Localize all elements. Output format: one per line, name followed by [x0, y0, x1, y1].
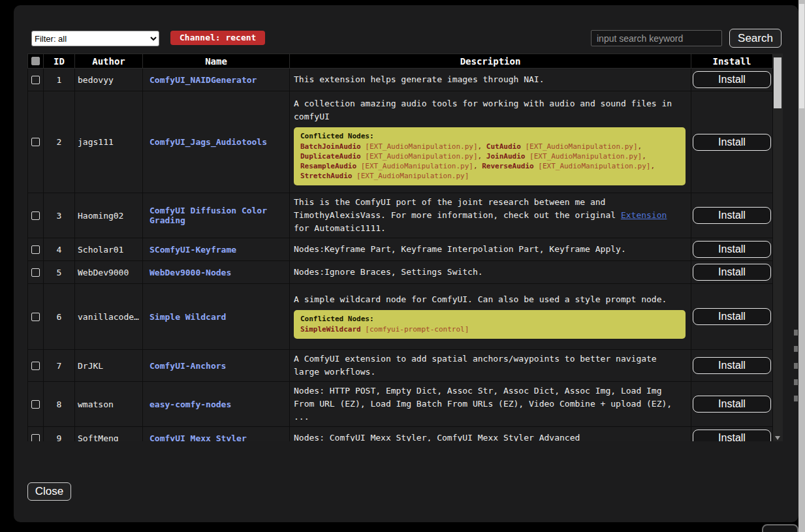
table-row: 9SoftMengComfyUI_Mexx_StylerNodes: Comfy… — [28, 427, 773, 442]
install-button[interactable]: Install — [693, 71, 771, 88]
row-id: 4 — [44, 238, 75, 261]
conflicted-nodes-title: Conflicted Nodes: — [300, 315, 679, 323]
extension-name-link[interactable]: ComfyUI Diffusion Color Grading — [150, 206, 267, 225]
row-checkbox[interactable] — [31, 138, 40, 146]
table-row: 6vanillacode…Simple WildcardA simple wil… — [28, 284, 773, 350]
row-select-cell — [28, 382, 44, 427]
conflicted-node-name: ResampleAudio — [300, 162, 356, 170]
select-all-checkbox[interactable] — [31, 57, 40, 65]
description-text: A simple wildcard node for ComfyUI. Can … — [294, 293, 687, 306]
header-install: Install — [691, 54, 773, 69]
row-id: 3 — [44, 193, 75, 238]
table-row: 2jags111ComfyUI_Jags_AudiotoolsA collect… — [28, 91, 773, 193]
filter-select[interactable]: Filter: all — [31, 31, 159, 46]
row-checkbox[interactable] — [31, 211, 40, 220]
scroll-down-arrow-icon[interactable] — [775, 436, 780, 440]
row-id: 5 — [44, 261, 75, 284]
search-button[interactable]: Search — [729, 29, 781, 48]
row-checkbox[interactable] — [31, 362, 40, 370]
table-row: 1bedovyyComfyUI_NAIDGeneratorThis extens… — [28, 69, 773, 91]
close-button[interactable]: Close — [27, 482, 71, 501]
row-id: 1 — [44, 69, 75, 91]
conflicted-node-source: [EXT_AudioManipulation.py] — [356, 162, 473, 170]
conflicted-node-name: JoinAudio — [486, 152, 526, 161]
row-install-cell: Install — [691, 91, 773, 193]
extension-name-link[interactable]: SComfyUI-Keyframe — [150, 245, 236, 255]
row-id: 2 — [44, 91, 75, 193]
conflicted-node-source: [EXT_AudioManipulation.py] — [361, 142, 478, 151]
row-author: WebDev9000 — [75, 261, 143, 284]
row-id: 9 — [44, 427, 75, 442]
conflicted-nodes-title: Conflicted Nodes: — [300, 132, 679, 140]
install-button[interactable]: Install — [693, 357, 771, 374]
install-button[interactable]: Install — [693, 134, 771, 151]
row-checkbox[interactable] — [31, 76, 40, 84]
conflicted-node-source: [EXT_AudioManipulation.py] — [534, 162, 651, 170]
row-description: Nodes:Ignore Braces, Settings Switch. — [290, 261, 691, 284]
row-name-cell: ComfyUI Diffusion Color Grading — [143, 193, 290, 238]
install-button[interactable]: Install — [693, 207, 771, 224]
conflicted-node-name: BatchJoinAudio — [300, 142, 361, 151]
row-author: vanillacode… — [75, 284, 143, 350]
header-description: Description — [290, 54, 691, 69]
row-checkbox[interactable] — [31, 245, 40, 254]
extension-name-link[interactable]: WebDev9000-Nodes — [150, 268, 231, 277]
conflicted-node-name: ReverseAudio — [482, 162, 533, 170]
row-install-cell: Install — [691, 261, 773, 284]
row-id: 7 — [44, 350, 75, 382]
table-row: 5WebDev9000WebDev9000-NodesNodes:Ignore … — [28, 261, 773, 284]
row-author: SoftMeng — [75, 427, 143, 442]
conflicted-node-source: [comfyui-prompt-control] — [361, 325, 469, 334]
search-input[interactable] — [591, 30, 722, 46]
row-checkbox[interactable] — [31, 400, 40, 409]
row-name-cell: easy-comfy-nodes — [143, 382, 290, 427]
row-description: A collection amazing audio tools for wor… — [290, 91, 691, 193]
background-ui-sliver — [794, 330, 798, 336]
channel-badge: Channel: recent — [170, 31, 265, 45]
row-description: A simple wildcard node for ComfyUI. Can … — [290, 284, 691, 350]
background-ui-sliver — [794, 396, 798, 401]
page-scrollbar[interactable] — [798, 0, 805, 532]
table-scrollbar[interactable] — [773, 54, 783, 441]
conflicted-node-source: [EXT_AudioManipulation.py] — [525, 152, 642, 161]
install-button[interactable]: Install — [693, 264, 771, 281]
extension-name-link[interactable]: ComfyUI_Mexx_Styler — [150, 433, 247, 442]
row-name-cell: SComfyUI-Keyframe — [143, 238, 290, 261]
row-checkbox[interactable] — [31, 313, 40, 321]
row-author: Haoming02 — [75, 193, 143, 238]
description-link[interactable]: Extension — [621, 210, 667, 220]
extension-name-link[interactable]: ComfyUI_Jags_Audiotools — [150, 137, 267, 147]
row-author: DrJKL — [75, 350, 143, 382]
select-all-header — [28, 54, 44, 69]
row-description: Nodes: ComfyUI Mexx Styler, ComfyUI Mexx… — [290, 427, 691, 442]
row-name-cell: Simple Wildcard — [143, 284, 290, 350]
extension-name-link[interactable]: easy-comfy-nodes — [150, 399, 231, 409]
extension-name-link[interactable]: Simple Wildcard — [150, 312, 226, 322]
conflict-separator: , — [650, 162, 655, 170]
row-select-cell — [28, 284, 44, 350]
install-button[interactable]: Install — [693, 396, 771, 413]
conflicted-node-source: [EXT_AudioManipulation.py] — [361, 152, 478, 161]
page-scrollbar-thumb[interactable] — [799, 4, 804, 108]
description-text: This extension helps generate images thr… — [294, 73, 687, 86]
conflicted-nodes-box: Conflicted Nodes:SimpleWildcard [comfyui… — [294, 310, 686, 339]
row-author: wmatson — [75, 382, 143, 427]
table-scrollbar-thumb[interactable] — [774, 57, 781, 108]
install-button[interactable]: Install — [693, 430, 771, 441]
install-button[interactable]: Install — [693, 241, 771, 258]
background-partial-button — [762, 524, 798, 532]
row-checkbox[interactable] — [31, 434, 40, 442]
conflict-separator: , — [478, 142, 486, 151]
install-button[interactable]: Install — [693, 308, 771, 325]
row-select-cell — [28, 350, 44, 382]
table-row: 4Scholar01SComfyUI-KeyframeNodes:Keyfram… — [28, 238, 773, 261]
row-select-cell — [28, 69, 44, 91]
extension-name-link[interactable]: ComfyUI_NAIDGenerator — [150, 75, 257, 85]
row-name-cell: ComfyUI_NAIDGenerator — [143, 69, 290, 91]
row-description: This extension helps generate images thr… — [290, 69, 691, 91]
extension-name-link[interactable]: ComfyUI-Anchors — [150, 361, 226, 371]
conflicted-node-name: StretchAudio — [300, 172, 352, 180]
row-checkbox[interactable] — [31, 268, 40, 277]
custom-nodes-manager-dialog: Filter: all Channel: recent Search ID Au… — [14, 5, 798, 522]
row-name-cell: ComfyUI_Jags_Audiotools — [143, 91, 290, 193]
